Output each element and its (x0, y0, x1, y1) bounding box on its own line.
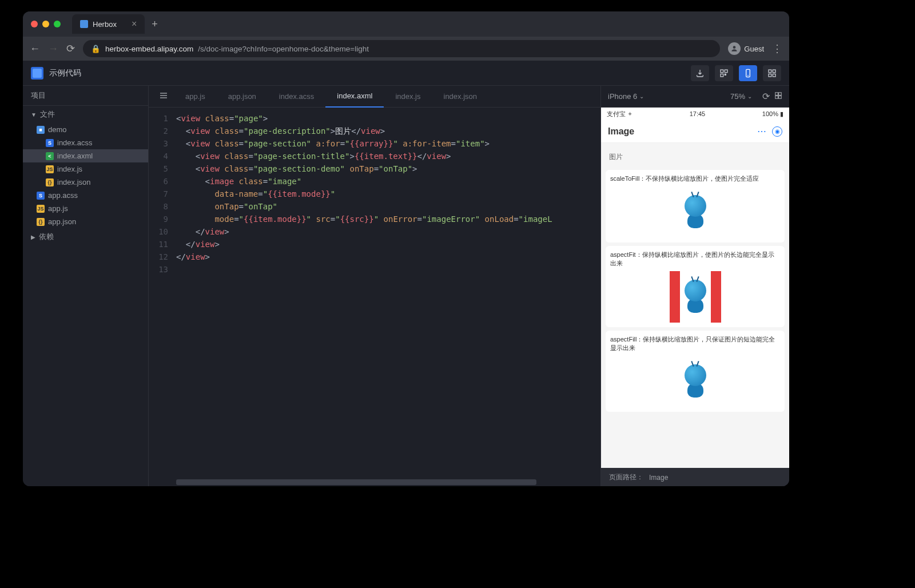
folder-label: demo (48, 125, 67, 134)
download-button[interactable] (691, 65, 709, 81)
json-file-icon: {} (37, 218, 45, 226)
time-label: 17:45 (690, 110, 706, 117)
caret-down-icon: ▼ (31, 112, 37, 118)
demo-image[interactable] (670, 186, 721, 238)
qrcode-button[interactable] (715, 65, 733, 81)
tab-index-json[interactable]: index.json (432, 86, 489, 108)
addressbar: ← → ⟳ 🔒 herbox-embed.alipay.com/s/doc-im… (23, 37, 789, 61)
preview-pane: iPhone 6 ⌄ 75% ⌄ ⟳ 支付宝 ✦ 17:45 100% ▮ (600, 86, 789, 486)
file-label: app.acss (48, 191, 78, 200)
file-app-acss[interactable]: S app.acss (23, 189, 148, 202)
browser-tabs: Herbox × + (72, 14, 158, 34)
sidebar-title: 项目 (23, 86, 148, 106)
titlebar: Herbox × + (23, 11, 789, 37)
code-editor[interactable]: 12345678910111213 <view class="page"> <v… (149, 108, 600, 486)
file-app-js[interactable]: JS app.js (23, 202, 148, 215)
editor-tabs: app.js app.json index.acss index.axml in… (149, 86, 600, 108)
svg-point-0 (733, 46, 736, 49)
svg-rect-7 (769, 70, 771, 73)
js-file-icon: JS (46, 165, 54, 173)
url-host: herbox-embed.alipay.com (105, 45, 193, 53)
js-file-icon: JS (37, 205, 45, 213)
demo-image[interactable] (670, 271, 721, 323)
files-section[interactable]: ▼ 文件 (23, 106, 148, 123)
window-close-button[interactable] (31, 21, 38, 27)
window-minimize-button[interactable] (42, 21, 49, 27)
phone-preview: 支付宝 ✦ 17:45 100% ▮ Image ⋯ ◉ 图片 scaleToF… (601, 108, 789, 468)
forward-button[interactable]: → (48, 43, 58, 55)
zoom-label: 75% (730, 92, 745, 101)
image-container (610, 271, 780, 323)
folder-demo[interactable]: ■ demo (23, 123, 148, 136)
svg-rect-16 (775, 96, 778, 99)
file-index-acss[interactable]: S index.acss (23, 136, 148, 149)
target-button[interactable]: ◉ (772, 126, 782, 137)
file-index-json[interactable]: {} index.json (23, 176, 148, 189)
workspace: 项目 ▼ 文件 ■ demo S index.acss < index.axml… (23, 86, 789, 486)
image-container (610, 186, 780, 238)
phone-navbar: Image ⋯ ◉ (601, 120, 789, 143)
more-button[interactable]: ⋯ (757, 126, 766, 137)
css-file-icon: S (46, 139, 54, 147)
tab-index-acss[interactable]: index.acss (268, 86, 325, 108)
guest-profile-button[interactable]: Guest (728, 42, 764, 55)
folder-icon: ■ (37, 126, 45, 134)
tab-index-axml[interactable]: index.axml (325, 86, 384, 108)
phone-content[interactable]: 图片 scaleToFill：不保持纵横比缩放图片，使图片完全适应 aspect… (601, 143, 789, 468)
tab-app-js[interactable]: app.js (174, 86, 217, 108)
caret-right-icon: ▶ (31, 234, 35, 240)
chevron-down-icon: ⌄ (639, 93, 644, 100)
section-title: aspectFit：保持纵横比缩放图片，使图片的长边能完全显示出来 (610, 251, 780, 268)
favicon-icon (80, 20, 88, 28)
file-label: index.js (57, 165, 82, 173)
browser-tab[interactable]: Herbox × (72, 14, 145, 34)
preview-footer: 页面路径： Image (601, 468, 789, 486)
window-maximize-button[interactable] (54, 21, 61, 27)
footer-path: Image (649, 474, 668, 482)
battery-label: 100% ▮ (762, 110, 783, 118)
app-logo-icon (31, 67, 43, 80)
scrollbar-thumb[interactable] (176, 479, 536, 485)
svg-rect-10 (773, 74, 775, 77)
layout-button[interactable] (774, 92, 782, 101)
svg-rect-9 (769, 74, 771, 77)
file-label: index.acss (57, 138, 92, 147)
svg-rect-8 (773, 70, 775, 73)
app-title: 示例代码 (49, 68, 81, 78)
back-button[interactable]: ← (30, 43, 40, 55)
file-app-json[interactable]: {} app.json (23, 215, 148, 228)
page-description: 图片 (601, 148, 789, 166)
tab-index-js[interactable]: index.js (384, 86, 432, 108)
menu-button[interactable] (153, 91, 174, 102)
svg-rect-4 (725, 74, 726, 75)
footer-label: 页面路径： (609, 472, 643, 482)
file-label: index.json (57, 178, 91, 186)
device-label: iPhone 6 (608, 92, 637, 101)
file-index-js[interactable]: JS index.js (23, 162, 148, 176)
tab-app-json[interactable]: app.json (217, 86, 268, 108)
refresh-preview-button[interactable]: ⟳ (762, 91, 770, 102)
device-selector[interactable]: iPhone 6 ⌄ (608, 92, 726, 101)
reload-button[interactable]: ⟳ (66, 42, 75, 55)
svg-rect-2 (725, 70, 727, 73)
horizontal-scrollbar[interactable] (176, 479, 600, 486)
axml-file-icon: < (46, 152, 54, 160)
file-index-axml[interactable]: < index.axml (23, 149, 148, 162)
app-header: 示例代码 (23, 61, 789, 86)
deps-section[interactable]: ▶ 依赖 (23, 228, 148, 245)
guest-avatar-icon (728, 42, 741, 55)
url-field[interactable]: 🔒 herbox-embed.alipay.com/s/doc-image?ch… (83, 40, 720, 57)
image-section-aspectfit: aspectFit：保持纵横比缩放图片，使图片的长边能完全显示出来 (606, 246, 785, 327)
mobile-preview-button[interactable] (739, 65, 757, 81)
svg-rect-5 (746, 69, 750, 77)
browser-menu-button[interactable]: ⋮ (772, 42, 782, 55)
new-tab-button[interactable]: + (152, 18, 158, 30)
file-label: app.js (48, 204, 68, 213)
phone-nav-title: Image (608, 126, 751, 137)
apps-grid-button[interactable] (763, 65, 781, 81)
close-tab-button[interactable]: × (132, 19, 137, 29)
svg-rect-1 (721, 70, 723, 73)
demo-image[interactable] (670, 356, 721, 407)
zoom-selector[interactable]: 75% ⌄ (730, 92, 752, 101)
section-title: aspectFill：保持纵横比缩放图片，只保证图片的短边能完全显示出来 (610, 335, 780, 352)
